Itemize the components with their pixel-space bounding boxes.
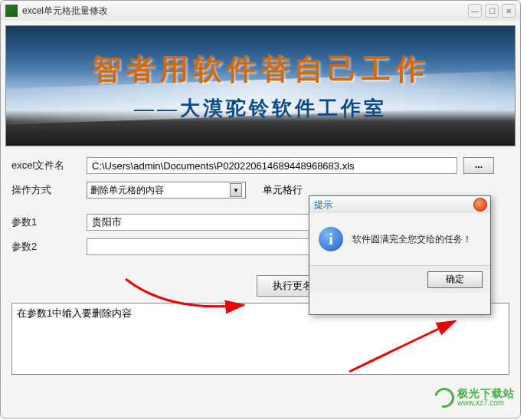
banner: 智者用软件替自己工作 ——大漠驼铃软件工作室 [5,25,516,146]
cell-row-label: 单元格行 [263,183,303,197]
ok-button[interactable]: 确定 [427,271,483,288]
titlebar: excel单元格批量修改 — ☐ ✕ [1,1,520,21]
maximize-button[interactable]: ☐ [485,4,499,18]
banner-subtitle: ——大漠驼铃软件工作室 [134,95,387,122]
mode-select[interactable]: 删除单元格的内容 ▼ [87,182,246,199]
param1-label: 参数1 [11,215,87,229]
dialog-close-button[interactable] [473,198,487,212]
watermark-name: 极光下载站 [457,388,515,399]
param1-input[interactable] [87,214,316,231]
mode-label: 操作方式 [11,183,87,197]
message-dialog: 提示 i 软件圆满完全您交给的任务！ 确定 [309,195,491,315]
dialog-title: 提示 [309,196,490,213]
watermark-url: www.xz7.com [457,399,515,408]
dialog-body: i 软件圆满完全您交给的任务！ [309,213,490,265]
mode-select-value: 删除单元格的内容 [90,184,164,197]
minimize-button[interactable]: — [468,4,482,18]
watermark: 极光下载站 www.xz7.com [434,388,515,408]
log-text: 在参数1中输入要删除内容 [17,307,132,319]
info-icon: i [319,227,343,251]
window-controls: — ☐ ✕ [468,4,516,18]
banner-title: 智者用软件替自己工作 [92,50,429,89]
app-icon [5,5,18,17]
browse-button[interactable]: ... [463,157,494,174]
chevron-down-icon: ▼ [230,183,242,197]
file-label: excel文件名 [11,159,87,172]
dialog-message: 软件圆满完全您交给的任务！ [352,233,472,246]
param2-label: 参数2 [11,240,87,254]
close-button[interactable]: ✕ [502,4,516,18]
watermark-logo-icon [430,384,458,412]
file-path-input[interactable] [87,157,457,174]
param2-input[interactable] [87,238,316,255]
window-title: excel单元格批量修改 [22,5,468,18]
dialog-footer: 确定 [309,265,490,293]
